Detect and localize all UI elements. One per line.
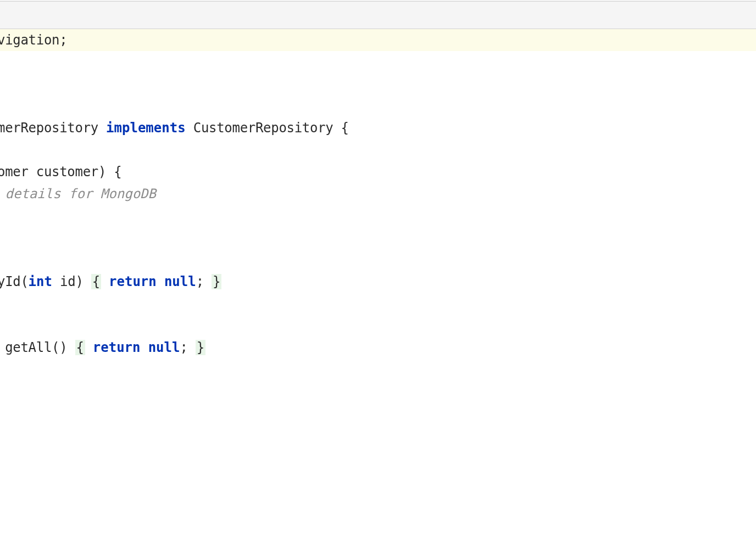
code-text: vigation; xyxy=(0,32,67,48)
keyword-int: int xyxy=(29,274,52,289)
brace-open: { xyxy=(75,340,85,355)
keyword-null: null xyxy=(148,340,180,355)
code-editor[interactable]: vigation; merRepository implements Custo… xyxy=(0,29,756,358)
code-line[interactable]: yId(int id) { return null; } xyxy=(0,271,756,293)
code-line-highlighted[interactable]: vigation; xyxy=(0,29,756,51)
code-line[interactable]: omer customer) { xyxy=(0,161,756,183)
code-line[interactable]: getAll() { return null; } xyxy=(0,337,756,358)
code-text: omer customer) { xyxy=(0,164,121,180)
brace-open: { xyxy=(91,274,101,289)
code-text xyxy=(157,274,164,289)
keyword-return: return xyxy=(93,340,141,355)
code-text xyxy=(141,340,148,355)
breadcrumb-bar xyxy=(0,2,756,29)
code-text xyxy=(85,340,93,355)
code-line[interactable]: merRepository implements CustomerReposit… xyxy=(0,117,756,139)
code-text: CustomerRepository { xyxy=(186,120,349,136)
code-text: ; xyxy=(196,274,212,289)
code-text xyxy=(101,274,109,289)
code-text: id) xyxy=(52,274,91,289)
code-text: yId( xyxy=(0,274,29,289)
comment-text: details for MongoDB xyxy=(0,186,156,201)
keyword-implements: implements xyxy=(106,120,186,136)
code-text: merRepository xyxy=(0,120,106,136)
keyword-return: return xyxy=(109,274,157,289)
keyword-null: null xyxy=(164,274,196,289)
brace-close: } xyxy=(212,274,221,289)
code-text: ; xyxy=(180,340,195,355)
code-line-comment[interactable]: details for MongoDB xyxy=(0,183,756,205)
code-text: getAll() xyxy=(0,340,75,355)
brace-close: } xyxy=(196,340,205,355)
